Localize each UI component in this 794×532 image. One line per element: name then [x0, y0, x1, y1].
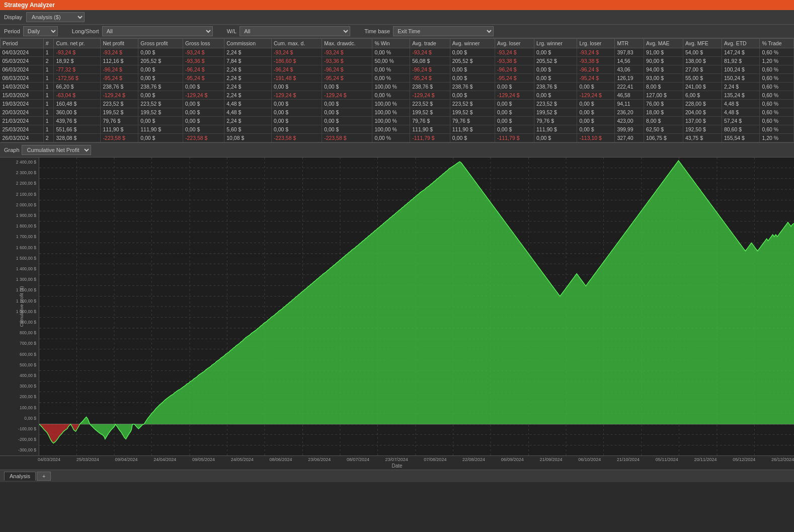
y-axis-label: Cumulative profit ($)	[19, 286, 24, 327]
period-select[interactable]: DailyWeeklyMonthly	[23, 26, 58, 36]
y-axis-tick: 700,00 $	[1, 341, 38, 346]
x-tick: 08/07/2024	[347, 457, 369, 462]
y-axis-tick: 1 900,00 $	[1, 213, 38, 218]
chart-wrapper: Cumulative profit ($)2 400,00 $2 300,00 …	[0, 158, 794, 470]
longshort-select[interactable]: AllLongShort	[102, 26, 213, 36]
x-tick: 21/09/2024	[540, 457, 563, 462]
table-row: 19/03/20241160,48 $223,52 $223,52 $0,00 …	[1, 100, 794, 108]
y-axis-tick: 2 000,00 $	[1, 203, 38, 207]
y-axis-tick: 400,00 $	[1, 373, 38, 378]
y-axis-tick: 2 400,00 $	[1, 160, 38, 165]
y-axis-tick: 300,00 $	[1, 384, 38, 389]
app-title: Strategy Analyzer	[4, 2, 55, 9]
graph-label: Graph	[4, 147, 20, 153]
x-tick: 09/05/2024	[192, 457, 215, 462]
y-axis-tick: 1 600,00 $	[1, 246, 38, 250]
data-table-container: Period # Cum. net pr. Net profit Gross p…	[0, 38, 794, 143]
x-tick: 08/06/2024	[269, 457, 292, 462]
wl-label: W/L	[227, 28, 237, 34]
chart-body: Cumulative profit ($)2 400,00 $2 300,00 …	[0, 158, 794, 455]
table-row: 25/03/20241551,66 $111,90 $111,90 $0,00 …	[1, 125, 794, 134]
table-row: 08/03/20241-172,56 $-95,24 $0,00 $-95,24…	[1, 74, 794, 83]
col-avg-mae: Avg. MAE	[644, 39, 683, 48]
y-axis-tick: 1 400,00 $	[1, 267, 38, 271]
x-axis: 04/03/2024 25/03/2024 09/04/2024 24/04/2…	[0, 455, 794, 462]
longshort-label: Long/Short	[72, 28, 99, 34]
y-axis-tick: 2 300,00 $	[1, 171, 38, 175]
x-tick: 20/11/2024	[694, 457, 717, 462]
col-period: Period	[1, 39, 44, 48]
y-axis-tick: 2 200,00 $	[1, 181, 38, 186]
display-label: Display	[4, 14, 22, 20]
tab-analysis[interactable]: Analysis	[4, 472, 36, 481]
col-avg-winner: Avg. winner	[450, 39, 495, 48]
controls-row: Display Analysis ($) Analysis (%) Analys…	[0, 10, 794, 25]
y-axis: Cumulative profit ($)2 400,00 $2 300,00 …	[0, 158, 39, 455]
top-bar: Strategy Analyzer	[0, 0, 794, 10]
col-max-drawdc: Max. drawdc.	[322, 39, 372, 48]
filter-row: Period DailyWeeklyMonthly Long/Short All…	[0, 25, 794, 38]
table-row: 04/03/20241-93,24 $-93,24 $0,00 $-93,24 …	[1, 48, 794, 57]
x-axis-label: Date	[0, 462, 794, 470]
bottom-tab-bar: Analysis +	[0, 470, 794, 482]
x-tick: 05/12/2024	[733, 457, 755, 462]
table-header-row: Period # Cum. net pr. Net profit Gross p…	[1, 39, 794, 48]
col-avg-mfe: Avg. MFE	[683, 39, 722, 48]
graph-type-select[interactable]: Cumulative Net Profit Net Profit Drawdow…	[22, 145, 91, 155]
x-tick: 04/03/2024	[38, 457, 60, 462]
x-tick: 24/05/2024	[231, 457, 254, 462]
col-avg-etd: Avg. ETD	[722, 39, 759, 48]
period-label: Period	[4, 28, 20, 34]
y-axis-tick: -300,00 $	[1, 448, 38, 452]
table-row: 15/03/20241-63,04 $-129,24 $0,00 $-129,2…	[1, 91, 794, 100]
x-tick: 05/11/2024	[656, 457, 678, 462]
tab-add[interactable]: +	[37, 472, 51, 481]
table-row: 20/03/20241360,00 $199,52 $199,52 $0,00 …	[1, 108, 794, 117]
x-tick: 25/03/2024	[76, 457, 99, 462]
y-axis-tick: 1 800,00 $	[1, 224, 38, 229]
timebase-label: Time base	[364, 28, 390, 34]
col-gross-profit: Gross profit	[138, 39, 183, 48]
y-axis-tick: 200,00 $	[1, 395, 38, 399]
y-axis-tick: 100,00 $	[1, 406, 38, 410]
y-axis-tick: 500,00 $	[1, 363, 38, 367]
col-pct-win: % Win	[372, 39, 410, 48]
y-axis-tick: 2 100,00 $	[1, 192, 38, 197]
table-row: 21/03/20241439,76 $79,76 $0,00 $0,00 $2,…	[1, 117, 794, 125]
x-tick: 26/12/2024	[771, 457, 794, 462]
display-select[interactable]: Analysis ($) Analysis (%) Analysis (Poin…	[26, 12, 85, 22]
table-row: 26/03/20242328,08 $-223,58 $0,00 $-223,5…	[1, 134, 794, 142]
col-mtr: MTR	[615, 39, 644, 48]
x-tick: 09/04/2024	[115, 457, 137, 462]
table-row: 14/03/2024166,20 $238,76 $238,76 $0,00 $…	[1, 83, 794, 91]
x-tick: 07/08/2024	[424, 457, 446, 462]
y-axis-tick: 1 500,00 $	[1, 256, 38, 261]
col-cum-max: Cum. max. d.	[271, 39, 322, 48]
table-row: 05/03/2024218,92 $112,16 $205,52 $-93,36…	[1, 57, 794, 65]
data-table: Period # Cum. net pr. Net profit Gross p…	[0, 38, 794, 142]
x-tick: 23/07/2024	[385, 457, 408, 462]
y-axis-tick: 1 700,00 $	[1, 235, 38, 239]
col-commission: Commission	[224, 39, 272, 48]
y-axis-tick: 800,00 $	[1, 331, 38, 335]
y-axis-tick: -100,00 $	[1, 427, 38, 431]
col-net-profit: Net profit	[101, 39, 138, 48]
y-axis-tick: 600,00 $	[1, 352, 38, 357]
x-tick: 23/06/2024	[308, 457, 331, 462]
x-tick: 06/09/2024	[501, 457, 524, 462]
chart-svg-container	[39, 158, 794, 455]
col-pct-trade: % Trade	[760, 39, 794, 48]
timebase-select[interactable]: Exit TimeEntry Time	[393, 26, 494, 36]
chart-svg	[39, 158, 794, 455]
wl-select[interactable]: AllWinnersLosers	[240, 26, 350, 36]
x-tick: 24/04/2024	[153, 457, 176, 462]
col-avg-trade: Avg. trade	[410, 39, 450, 48]
y-axis-tick: 0,00 $	[1, 416, 38, 421]
col-lrg-winner: Lrg. winner	[534, 39, 577, 48]
graph-header: Graph Cumulative Net Profit Net Profit D…	[0, 143, 794, 158]
table-row: 06/03/20241-77,32 $-96,24 $0,00 $-96,24 …	[1, 65, 794, 74]
col-avg-loser: Avg. loser	[495, 39, 534, 48]
x-tick: 06/10/2024	[578, 457, 601, 462]
y-axis-tick: -200,00 $	[1, 437, 38, 442]
col-gross-loss: Gross loss	[183, 39, 224, 48]
